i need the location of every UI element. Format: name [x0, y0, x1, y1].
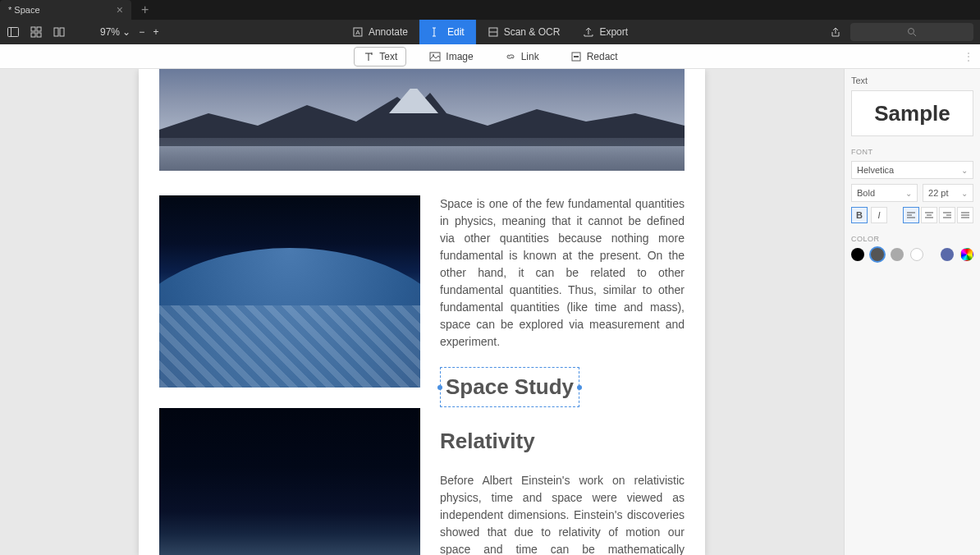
text-tool-button[interactable]: Text [354, 47, 406, 67]
svg-rect-5 [37, 33, 41, 37]
italic-button[interactable]: I [871, 207, 887, 223]
new-tab-button[interactable]: + [141, 2, 149, 17]
svg-rect-23 [574, 56, 579, 57]
more-icon[interactable]: ⋮ [964, 51, 973, 62]
heading-space-study[interactable]: Space Study [446, 371, 574, 403]
earth-image[interactable] [159, 195, 420, 388]
svg-rect-2 [31, 27, 35, 31]
scan-ocr-button[interactable]: Scan & OCR [476, 20, 572, 44]
top-toolbar: 97% ⌄ − + A Annotate Edit Scan & OCR Exp… [0, 20, 980, 44]
heading-relativity[interactable]: Relativity [440, 425, 685, 457]
share-icon[interactable] [829, 25, 842, 39]
image-tool-button[interactable]: Image [421, 48, 481, 66]
align-center-button[interactable] [921, 207, 937, 223]
dark-space-image[interactable] [159, 408, 420, 555]
color-picker-button[interactable] [960, 248, 973, 261]
svg-rect-20 [430, 53, 440, 61]
svg-rect-4 [31, 33, 35, 37]
text-properties-panel: Text Sample FONT Helvetica Bold 22 pt B … [844, 69, 980, 555]
panel-title: Text [851, 76, 973, 85]
resize-handle-left[interactable] [437, 385, 442, 390]
zoom-out-button[interactable]: − [139, 26, 144, 38]
resize-handle-right[interactable] [577, 385, 582, 390]
svg-line-16 [914, 34, 916, 36]
svg-rect-6 [54, 28, 58, 36]
svg-rect-0 [8, 28, 19, 37]
canvas-area[interactable]: Space is one of the few fundamental quan… [0, 69, 844, 555]
tab-bar: * Space × + [0, 0, 980, 20]
scan-ocr-label: Scan & OCR [504, 26, 561, 38]
zoom-in-button[interactable]: + [153, 26, 158, 38]
link-icon [505, 51, 516, 62]
hero-image[interactable] [159, 69, 685, 171]
document-tab[interactable]: * Space × [0, 0, 131, 20]
edit-button[interactable]: Edit [419, 20, 476, 44]
color-swatch-lightgray[interactable] [891, 248, 904, 261]
bold-button[interactable]: B [851, 207, 868, 223]
link-tool-button[interactable]: Link [497, 48, 547, 66]
sample-preview: Sample [851, 90, 973, 136]
view-mode-icon[interactable] [53, 25, 66, 39]
thumbnails-icon[interactable] [30, 25, 43, 39]
font-size-dropdown[interactable]: 22 pt [923, 184, 973, 202]
export-button[interactable]: Export [571, 20, 639, 44]
font-section-label: FONT [851, 148, 973, 156]
paragraph-2[interactable]: Before Albert Einstein's work on relativ… [440, 472, 685, 555]
redact-icon [570, 51, 582, 62]
color-swatch-white[interactable] [910, 248, 923, 261]
text-tool-label: Text [379, 51, 397, 62]
font-family-dropdown[interactable]: Helvetica [851, 161, 973, 179]
color-swatch-blue[interactable] [941, 248, 954, 261]
tab-title: * Space [8, 5, 40, 15]
export-label: Export [599, 26, 628, 38]
align-right-button[interactable] [939, 207, 955, 223]
link-tool-label: Link [521, 51, 539, 62]
sub-toolbar: Text Image Link Redact ⋮ [0, 44, 980, 69]
redact-tool-label: Redact [587, 51, 618, 62]
align-justify-button[interactable] [957, 207, 973, 223]
svg-rect-7 [60, 28, 64, 36]
zoom-level[interactable]: 97% ⌄ [100, 26, 131, 38]
text-icon [363, 51, 374, 62]
edit-label: Edit [447, 26, 465, 38]
selected-text-box[interactable]: Space Study [440, 367, 579, 407]
svg-point-15 [909, 29, 914, 34]
color-swatch-black[interactable] [851, 248, 864, 261]
search-input[interactable] [850, 23, 973, 41]
redact-tool-button[interactable]: Redact [562, 48, 626, 66]
color-swatch-darkgray[interactable] [871, 248, 884, 261]
image-tool-label: Image [446, 51, 473, 62]
svg-text:A: A [355, 29, 360, 36]
align-left-button[interactable] [903, 207, 919, 223]
paragraph-1[interactable]: Space is one of the few fundamental quan… [440, 195, 685, 351]
annotate-label: Annotate [369, 26, 408, 38]
sidebar-toggle-icon[interactable] [7, 25, 20, 39]
document-page: Space is one of the few fundamental quan… [139, 69, 705, 555]
image-icon [429, 51, 441, 62]
font-weight-dropdown[interactable]: Bold [851, 184, 918, 202]
annotate-button[interactable]: A Annotate [341, 20, 419, 44]
close-icon[interactable]: × [117, 4, 123, 16]
color-section-label: COLOR [851, 235, 973, 243]
svg-rect-3 [37, 27, 41, 31]
